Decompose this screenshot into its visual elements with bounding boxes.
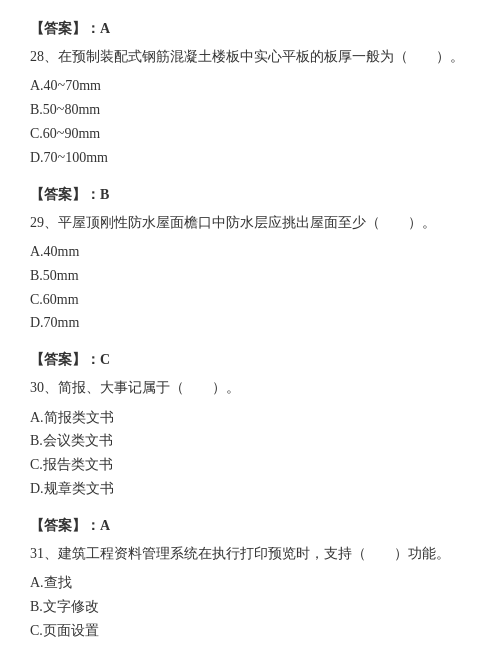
question-text-0: 28、在预制装配式钢筋混凝土楼板中实心平板的板厚一般为（ ）。 xyxy=(30,46,470,68)
option-0-2: C.60~90mm xyxy=(30,122,470,146)
option-1-0: A.40mm xyxy=(30,240,470,264)
answer-bracket-close: 】 xyxy=(72,21,86,36)
answer-bracket-close: 】 xyxy=(72,518,86,533)
question-text-2: 30、简报、大事记属于（ ）。 xyxy=(30,377,470,399)
option-1-3: D.70mm xyxy=(30,311,470,335)
answer-value-2: C xyxy=(100,352,110,367)
option-0-0: A.40~70mm xyxy=(30,74,470,98)
answer-label-0: 【答案】：A xyxy=(30,20,470,38)
option-0-3: D.70~100mm xyxy=(30,146,470,170)
question-block-0: 28、在预制装配式钢筋混凝土楼板中实心平板的板厚一般为（ ）。A.40~70mm… xyxy=(30,46,470,170)
answer-bracket-open: 【 xyxy=(30,518,44,533)
answer-text: 答案 xyxy=(44,21,72,36)
answer-text: 答案 xyxy=(44,352,72,367)
answer-text: 答案 xyxy=(44,187,72,202)
option-3-1: B.文字修改 xyxy=(30,595,470,619)
option-2-2: C.报告类文书 xyxy=(30,453,470,477)
answer-bracket-close: 】 xyxy=(72,352,86,367)
option-1-2: C.60mm xyxy=(30,288,470,312)
option-2-0: A.简报类文书 xyxy=(30,406,470,430)
option-3-3: D.插入表格 xyxy=(30,643,470,647)
question-text-3: 31、建筑工程资料管理系统在执行打印预览时，支持（ ）功能。 xyxy=(30,543,470,565)
answer-label-3: 【答案】：A xyxy=(30,517,470,535)
answer-bracket-open: 【 xyxy=(30,352,44,367)
option-0-1: B.50~80mm xyxy=(30,98,470,122)
answer-label-1: 【答案】：B xyxy=(30,186,470,204)
answer-label-2: 【答案】：C xyxy=(30,351,470,369)
answer-bracket-close: 】 xyxy=(72,187,86,202)
option-2-3: D.规章类文书 xyxy=(30,477,470,501)
answer-bracket-open: 【 xyxy=(30,21,44,36)
question-block-1: 29、平屋顶刚性防水屋面檐口中防水层应挑出屋面至少（ ）。A.40mmB.50m… xyxy=(30,212,470,336)
answer-value-1: B xyxy=(100,187,109,202)
answer-sep: ： xyxy=(86,352,100,367)
answer-bracket-open: 【 xyxy=(30,187,44,202)
answer-sep: ： xyxy=(86,21,100,36)
option-3-0: A.查找 xyxy=(30,571,470,595)
option-2-1: B.会议类文书 xyxy=(30,429,470,453)
answer-text: 答案 xyxy=(44,518,72,533)
question-block-2: 30、简报、大事记属于（ ）。A.简报类文书B.会议类文书C.报告类文书D.规章… xyxy=(30,377,470,501)
answer-sep: ： xyxy=(86,518,100,533)
answer-value-3: A xyxy=(100,518,110,533)
option-3-2: C.页面设置 xyxy=(30,619,470,643)
question-block-3: 31、建筑工程资料管理系统在执行打印预览时，支持（ ）功能。A.查找B.文字修改… xyxy=(30,543,470,647)
question-text-1: 29、平屋顶刚性防水屋面檐口中防水层应挑出屋面至少（ ）。 xyxy=(30,212,470,234)
answer-value-0: A xyxy=(100,21,110,36)
content-container: 【答案】：A28、在预制装配式钢筋混凝土楼板中实心平板的板厚一般为（ ）。A.4… xyxy=(30,20,470,647)
answer-sep: ： xyxy=(86,187,100,202)
option-1-1: B.50mm xyxy=(30,264,470,288)
